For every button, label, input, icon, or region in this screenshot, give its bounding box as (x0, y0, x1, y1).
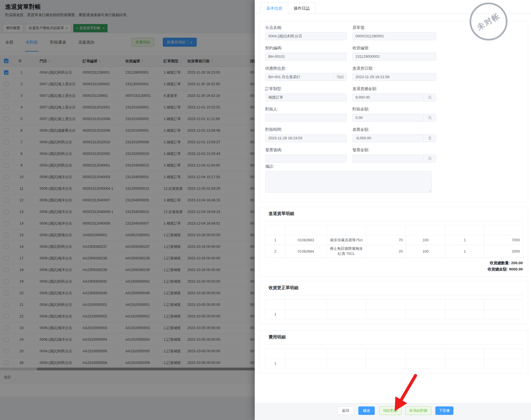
column-header (484, 349, 523, 359)
remark-textarea[interactable] (265, 171, 432, 193)
form-field: 發票號碼: (265, 144, 347, 164)
cell-remark (484, 359, 523, 368)
field-input[interactable]: BH-001.百合貿易行 現結 (265, 73, 347, 81)
field-label: 供應商信息: (265, 66, 347, 71)
cell-tax-ratio: 1 (446, 235, 484, 245)
cell-store-code (285, 359, 327, 368)
field-value: BH-001.百合貿易行 (266, 73, 334, 81)
form-field: 差異金額: -9,000.00 元 (352, 123, 436, 144)
section-divider (264, 295, 523, 295)
field-addon: 現結 (334, 73, 346, 81)
section-correction: 收貨更正單明細 1 (259, 281, 528, 324)
drawer-tabs: 基本信息操作日誌 (260, 2, 316, 14)
correction-table-header (266, 300, 523, 310)
field-input[interactable]: -9,000.00 元 (352, 134, 436, 142)
field-input[interactable]: 2023-11-29 16:23:03 (265, 134, 347, 142)
cell-fee-no (327, 359, 366, 368)
section-title: 費用明細 (260, 331, 528, 340)
form-column-right: 原單號: 00002311290001 收貨編號: 231129000001 進… (352, 21, 436, 164)
modal-overlay[interactable] (0, 0, 255, 420)
cell-correct-qty (406, 310, 446, 319)
field-value (266, 114, 346, 121)
cell-fee-type (366, 359, 406, 368)
field-label: 對賬時間: (265, 127, 347, 132)
form-field: 供應商信息: BH-001.百合貿易行 現結 (265, 62, 347, 82)
column-header (484, 300, 523, 310)
form-field: 對賬金額: 0.00 元 (352, 103, 436, 123)
column-header (484, 225, 523, 235)
cell-old-qty (366, 310, 406, 319)
detail-table-header (266, 225, 523, 235)
field-addon: 元 (423, 94, 436, 101)
column-header (446, 225, 484, 235)
field-input[interactable]: 元 (352, 155, 436, 163)
field-addon: 元 (423, 114, 436, 121)
form-field: 分店名稱: 0004.(測試)利民分店 (265, 21, 347, 42)
field-input[interactable] (265, 155, 347, 163)
drawer-tab-label: 操作日誌 (294, 6, 310, 10)
drawer-tab[interactable]: 操作日誌 (288, 2, 316, 14)
field-addon: 元 (423, 135, 436, 142)
detail-row: 1 01082683 南非珍藏赤霞珠75cl 70 100 1 7000 (266, 235, 523, 245)
cash-settle-button[interactable]: 現結對賬 (379, 406, 401, 415)
form-field: 進退貨總金額: 9,000.00 元 (352, 82, 436, 103)
column-header (446, 349, 484, 359)
cell-amount: 7000 (484, 235, 523, 245)
field-label: 收貨編號: (352, 46, 436, 51)
column-header (266, 225, 285, 235)
cell-qty: 100 (406, 245, 446, 258)
cell-fee-amount (446, 359, 484, 368)
remark-field: 備註: (265, 164, 432, 193)
field-input[interactable]: 9,000.00 元 (352, 93, 436, 101)
field-label: 分店名稱: (265, 25, 347, 30)
field-input[interactable]: 2023-11-29 16:21:59 (352, 73, 436, 81)
cell-price: 20 (366, 245, 406, 258)
cell-index: 2 (266, 245, 285, 258)
column-header (327, 225, 366, 235)
field-input[interactable] (265, 114, 347, 122)
form-field: 對賬人: (265, 103, 347, 123)
field-label: 差異金額: (352, 127, 436, 132)
field-input[interactable]: 0004.(測試)利民分店 (265, 32, 347, 40)
field-value: 2023-11-29 16:23:03 (266, 135, 346, 142)
column-header (406, 300, 446, 310)
cell-old-price (446, 310, 484, 319)
field-value: 補貨訂單 (266, 94, 346, 101)
cell-amount: 2000 (484, 245, 523, 258)
column-header (285, 225, 327, 235)
form-field: 訂單類型: 補貨訂單 (265, 82, 347, 103)
fee-table-header (266, 349, 523, 359)
field-label: 訂單類型: (265, 86, 347, 91)
drawer-tab[interactable]: 基本信息 (260, 2, 288, 14)
cell-tax-ratio: 1 (446, 245, 484, 258)
field-label: 備註: (265, 164, 432, 169)
back-button[interactable]: 返回 (337, 406, 354, 415)
field-input[interactable]: 0.00 元 (352, 114, 436, 122)
column-header (366, 225, 406, 235)
app: 進退貨單對帳 對採購進貨、退貨單進行總金額的對賬審覈，審覈通過後纔可進行購銷結算… (0, 0, 531, 420)
column-header (285, 349, 327, 359)
field-input[interactable]: 231129000001 (352, 53, 436, 61)
form-column-left: 分店名稱: 0004.(測試)利民分店 契約編碼: BH-00101 供應商信息… (265, 21, 347, 164)
column-header (266, 300, 285, 310)
noncash-settle-button[interactable]: 非現結對賬 (405, 406, 431, 415)
cell-index: 1 (266, 235, 285, 245)
field-input[interactable]: 補貨訂單 (265, 93, 347, 101)
cell-qty: 100 (406, 235, 446, 245)
fee-table: 1 (265, 349, 523, 368)
detail-totals: 收貨總數量: 200.00 收貨總金額: 9000.00 (265, 260, 523, 276)
next-record-button[interactable]: 下壹條 (435, 406, 453, 415)
background-page: 進退貨單對帳 對採購進貨、退貨單進行總金額的對賬審覈，審覈通過後纔可進行購銷結算… (0, 0, 255, 420)
field-value: 231129000001 (353, 53, 436, 60)
modify-button[interactable]: 修改 (358, 406, 375, 415)
cell-product-code: 01082683 (285, 235, 327, 245)
field-value (266, 155, 346, 162)
field-input[interactable]: BH-00101 (265, 53, 347, 61)
field-value: 2023-11-29 16:21:59 (353, 73, 436, 81)
column-header (406, 349, 446, 359)
drawer-footer: 返回 修改 現結對賬 非現結對賬 下壹條 (255, 403, 531, 420)
cell-product-info (327, 310, 366, 319)
field-input[interactable]: 00002311290001 (352, 32, 436, 40)
field-label: 契約編碼: (265, 46, 347, 51)
field-value: 0004.(測試)利民分店 (266, 33, 346, 40)
